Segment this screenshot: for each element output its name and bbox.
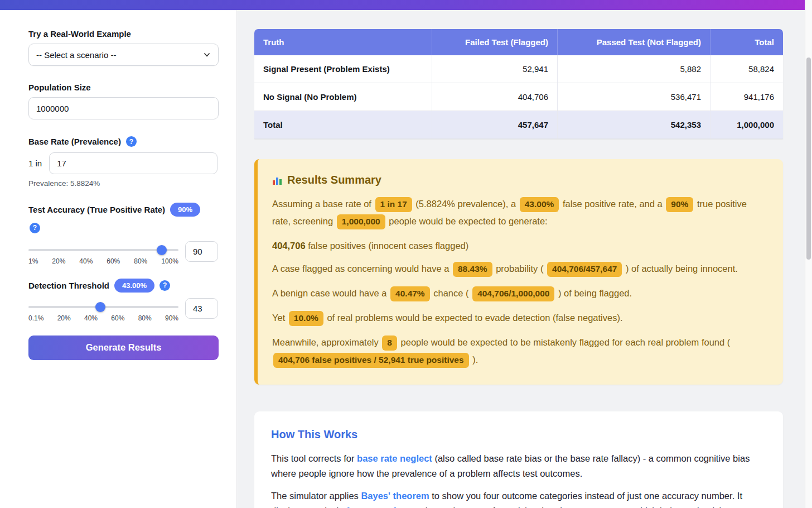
accuracy-slider-ticks: 1% 20% 40% 60% 80% 100%: [28, 257, 178, 265]
accuracy-slider-thumb[interactable]: [157, 245, 167, 255]
cell-passed: 542,353: [557, 111, 710, 138]
value-chip: 404,706/457,647: [547, 262, 622, 277]
false-positive-count: 404,706: [272, 241, 306, 251]
cell-failed: 457,647: [432, 111, 557, 138]
threshold-slider-thumb[interactable]: [95, 302, 105, 312]
text: ) of being flagged.: [555, 288, 632, 298]
threshold-help-icon[interactable]: [160, 280, 170, 291]
text: A benign case would have a: [272, 288, 389, 298]
accuracy-help-icon[interactable]: [30, 223, 40, 233]
base-rate-input[interactable]: [49, 152, 218, 174]
text: people would be expected to generate:: [386, 216, 548, 226]
frequency-format-link[interactable]: frequency format: [346, 506, 422, 508]
scrollbar-thumb[interactable]: [806, 57, 811, 260]
value-chip: 88.43%: [453, 262, 492, 277]
text: (5.8824% prevalence), a: [413, 199, 519, 209]
header-truth: Truth: [254, 29, 432, 55]
cell-failed: 52,941: [432, 55, 557, 83]
text: This tool corrects for: [271, 453, 357, 463]
summary-paragraph: Assuming a base rate of 1 in 17 (5.8824%…: [272, 196, 766, 231]
text: people would be expected to be mistakenl…: [398, 337, 730, 347]
accuracy-number-input[interactable]: [185, 241, 218, 262]
summary-paragraph: A benign case would have a 40.47% chance…: [272, 285, 766, 303]
value-chip: 8: [382, 336, 397, 351]
base-rate-prefix: 1 in: [28, 159, 42, 168]
text: Meanwhile, approximately: [272, 337, 381, 347]
row-label: No Signal (No Problem): [254, 83, 432, 111]
text: The simulator applies: [271, 491, 361, 501]
table-row: No Signal (No Problem) 404,706 536,471 9…: [254, 83, 783, 111]
summary-paragraph: A case flagged as concerning would have …: [272, 261, 766, 278]
tick-label: 60%: [107, 257, 120, 265]
threshold-slider[interactable]: [28, 306, 178, 308]
tick-label: 60%: [111, 314, 124, 322]
cell-passed: 536,471: [557, 83, 710, 111]
text: false positives (innocent cases flagged): [306, 241, 469, 251]
value-chip: 10.0%: [289, 311, 323, 326]
text: ).: [470, 354, 478, 365]
tick-label: 1%: [28, 257, 38, 265]
tick-label: 0.1%: [28, 314, 44, 322]
top-gradient-bar: [0, 0, 805, 10]
table-row-total: Total 457,647 542,353 1,000,000: [254, 111, 783, 139]
scenario-label: Try a Real-World Example: [28, 29, 218, 39]
summary-paragraph: 404,706 false positives (innocent cases …: [272, 238, 766, 253]
tick-label: 100%: [161, 257, 178, 265]
tick-label: 90%: [165, 314, 178, 322]
value-chip: 404,706 false positives / 52,941 true po…: [273, 353, 469, 368]
how-paragraph: This tool corrects for base rate neglect…: [271, 451, 766, 481]
tick-label: 40%: [84, 314, 98, 322]
base-rate-neglect-link[interactable]: base rate neglect: [357, 453, 432, 463]
generate-results-button[interactable]: Generate Results: [28, 336, 219, 360]
value-chip: 40.47%: [390, 286, 430, 301]
how-this-works-card: How This Works This tool corrects for ba…: [254, 411, 783, 508]
summary-title-text: Results Summary: [287, 174, 381, 186]
header-passed: Passed Test (Not Flagged): [557, 29, 710, 55]
summary-title: Results Summary: [272, 174, 766, 186]
threshold-badge: 43.00%: [114, 279, 154, 293]
threshold-slider-ticks: 0.1% 20% 40% 60% 80% 90%: [28, 314, 178, 322]
accuracy-slider[interactable]: [28, 249, 178, 251]
scrollbar[interactable]: [805, 0, 812, 508]
population-input[interactable]: [28, 97, 219, 119]
cell-total: 58,824: [710, 55, 783, 83]
text: A case flagged as concerning would have …: [272, 263, 452, 274]
text: Yet: [272, 313, 288, 323]
tick-label: 80%: [134, 257, 147, 265]
text: of real problems would be expected to ev…: [325, 313, 623, 323]
tick-label: 40%: [79, 257, 93, 265]
table-header-row: Truth Failed Test (Flagged) Passed Test …: [254, 29, 783, 55]
scenario-select-value: -- Select a scenario --: [36, 50, 116, 60]
controls-sidebar: Try a Real-World Example -- Select a sce…: [0, 10, 237, 508]
text: chance (: [431, 288, 471, 298]
threshold-label: Detection Threshold: [28, 281, 109, 290]
cell-failed: 404,706: [432, 83, 557, 111]
how-paragraph: The simulator applies Bayes' theorem to …: [271, 488, 766, 508]
bayes-theorem-link[interactable]: Bayes' theorem: [361, 491, 429, 501]
base-rate-label: Base Rate (Prevalence): [28, 137, 121, 146]
summary-paragraph: Meanwhile, approximately 8 people would …: [272, 334, 766, 369]
tick-label: 20%: [57, 314, 71, 322]
base-rate-help-icon[interactable]: [126, 136, 137, 147]
tick-label: 80%: [138, 314, 152, 322]
bar-chart-icon: [272, 175, 282, 185]
cell-passed: 5,882: [557, 55, 710, 83]
chevron-down-icon: [203, 51, 211, 59]
threshold-number-input[interactable]: [185, 298, 218, 319]
text: false positive rate, and a: [560, 199, 665, 209]
how-title: How This Works: [271, 428, 766, 441]
value-chip: 404,706/1,000,000: [472, 286, 554, 301]
summary-paragraph: Yet 10.0% of real problems would be expe…: [272, 310, 766, 327]
cell-total: 1,000,000: [710, 111, 783, 138]
value-chip: 1 in 17: [375, 197, 412, 212]
results-summary-card: Results Summary Assuming a base rate of …: [254, 159, 783, 385]
text: probability (: [494, 263, 546, 274]
cell-total: 941,176: [710, 83, 783, 111]
text: Assuming a base rate of: [272, 199, 374, 209]
results-table: Truth Failed Test (Flagged) Passed Test …: [254, 29, 783, 139]
row-label: Signal Present (Problem Exists): [254, 55, 432, 83]
scenario-select[interactable]: -- Select a scenario --: [28, 44, 219, 66]
text: ) of actually being innocent.: [623, 263, 737, 274]
value-chip: 1,000,000: [337, 214, 385, 229]
row-label: Total: [254, 111, 432, 138]
